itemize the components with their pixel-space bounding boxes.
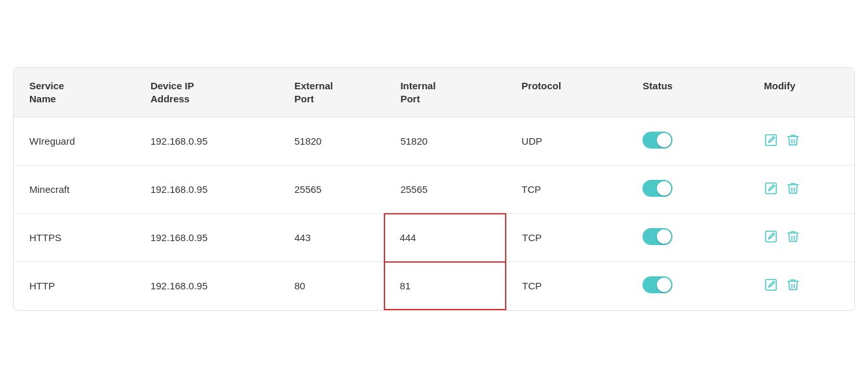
table-row: Minecraft192.168.0.952556525565TCP	[14, 166, 854, 214]
cell-service-name: Minecraft	[14, 166, 135, 214]
edit-button[interactable]	[764, 181, 778, 197]
edit-button[interactable]	[764, 133, 778, 149]
header-internal-port: Internal Port	[384, 68, 506, 117]
toggle-thumb	[657, 133, 671, 147]
toggle-track	[643, 180, 673, 197]
header-device-ip: Device IP Address	[135, 68, 279, 117]
svg-rect-2	[766, 231, 777, 242]
cell-device-ip: 192.168.0.95	[135, 117, 279, 166]
cell-external-port: 443	[279, 214, 385, 262]
cell-service-name: WIreguard	[14, 117, 135, 166]
table-row: WIreguard192.168.0.955182051820UDP	[14, 117, 854, 166]
cell-modify	[748, 166, 854, 214]
cell-modify	[748, 214, 854, 262]
status-toggle[interactable]	[643, 228, 673, 245]
table-row: HTTP192.168.0.958081TCP	[14, 262, 854, 310]
header-service-name: Service Name	[14, 68, 135, 117]
cell-device-ip: 192.168.0.95	[135, 166, 279, 214]
svg-rect-1	[766, 183, 777, 194]
cell-internal-port: 25565	[384, 166, 506, 214]
cell-protocol: UDP	[506, 117, 627, 166]
cell-internal-port: 81	[384, 262, 506, 310]
edit-button[interactable]	[764, 278, 778, 294]
cell-external-port: 51820	[279, 117, 385, 166]
cell-external-port: 80	[279, 262, 385, 310]
toggle-thumb	[657, 229, 671, 244]
header-external-port: External Port	[279, 68, 385, 117]
cell-service-name: HTTP	[14, 262, 135, 310]
delete-button[interactable]	[786, 133, 800, 149]
delete-button[interactable]	[786, 181, 800, 197]
toggle-track	[643, 228, 673, 245]
cell-device-ip: 192.168.0.95	[135, 262, 279, 310]
svg-rect-0	[766, 135, 777, 146]
header-modify: Modify	[748, 68, 854, 117]
cell-modify	[748, 117, 854, 166]
port-forwarding-table: Service Name Device IP Address External …	[13, 67, 855, 311]
cell-status[interactable]	[627, 166, 748, 214]
delete-button[interactable]	[786, 278, 800, 294]
toggle-track	[643, 276, 673, 293]
toggle-thumb	[657, 181, 671, 196]
status-toggle[interactable]	[643, 132, 673, 149]
cell-protocol: TCP	[506, 166, 627, 214]
status-toggle[interactable]	[643, 180, 673, 197]
cell-service-name: HTTPS	[14, 214, 135, 262]
toggle-track	[643, 132, 673, 149]
cell-modify	[748, 262, 854, 310]
status-toggle[interactable]	[643, 276, 673, 293]
cell-device-ip: 192.168.0.95	[135, 214, 279, 262]
cell-protocol: TCP	[506, 262, 627, 310]
cell-status[interactable]	[627, 214, 748, 262]
cell-internal-port: 51820	[384, 117, 506, 166]
cell-internal-port: 444	[384, 214, 506, 262]
cell-status[interactable]	[627, 117, 748, 166]
header-protocol: Protocol	[506, 68, 627, 117]
cell-external-port: 25565	[279, 166, 385, 214]
delete-button[interactable]	[786, 229, 800, 246]
header-status: Status	[627, 68, 748, 117]
table-row: HTTPS192.168.0.95443444TCP	[14, 214, 854, 262]
edit-button[interactable]	[764, 229, 778, 246]
cell-status[interactable]	[627, 262, 748, 310]
toggle-thumb	[657, 278, 671, 292]
svg-rect-3	[766, 280, 777, 291]
cell-protocol: TCP	[506, 214, 627, 262]
